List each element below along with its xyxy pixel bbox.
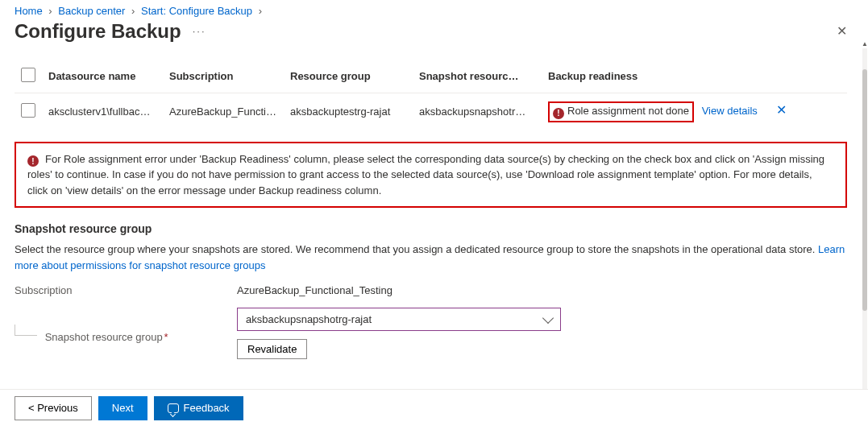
snapshot-rg-label: Snapshot resource group [45, 331, 163, 343]
feedback-button[interactable]: Feedback [154, 396, 243, 420]
col-datasource[interactable]: Datasource name [42, 60, 163, 93]
feedback-label: Feedback [184, 402, 230, 414]
breadcrumb-configure-backup[interactable]: Start: Configure Backup [141, 5, 252, 17]
snapshot-rg-selected-value: aksbackupsnapshotrg-rajat [246, 313, 372, 325]
previous-button[interactable]: < Previous [15, 396, 92, 420]
chevron-icon: › [131, 5, 135, 17]
chevron-icon: › [259, 5, 262, 17]
breadcrumb-backup-center[interactable]: Backup center [58, 5, 125, 17]
footer-bar: < Previous Next Feedback [0, 389, 868, 426]
feedback-icon [168, 403, 179, 413]
vertical-scrollbar[interactable]: ▲ ▼ [862, 48, 868, 389]
subscription-label: Subscription [15, 284, 237, 296]
readiness-highlight: !Role assignment not done [548, 101, 694, 122]
chevron-down-icon [542, 312, 554, 323]
table-header-row: Datasource name Subscription Resource gr… [15, 60, 847, 93]
select-all-checkbox[interactable] [21, 68, 35, 82]
cell-resource-group: aksbackuptestrg-rajat [284, 93, 413, 130]
role-assignment-info-box: !For Role assignment error under 'Backup… [15, 142, 847, 209]
subscription-value: AzureBackup_Functional_Testing [237, 284, 847, 296]
remove-row-icon[interactable]: ✕ [773, 103, 790, 117]
snapshot-rg-select[interactable]: aksbackupsnapshotrg-rajat [237, 308, 561, 331]
col-backup-readiness[interactable]: Backup readiness [542, 60, 847, 93]
cell-subscription: AzureBackup_Functi… [163, 93, 284, 130]
scroll-up-arrow-icon[interactable]: ▲ [862, 40, 868, 48]
col-resource-group[interactable]: Resource group [284, 60, 413, 93]
error-icon: ! [553, 108, 564, 119]
error-icon: ! [27, 155, 39, 167]
snapshot-rg-heading: Snapshot resource group [15, 222, 847, 235]
chevron-icon: › [48, 5, 52, 17]
col-snapshot-rg[interactable]: Snapshot resourc… [413, 60, 542, 93]
breadcrumb-home[interactable]: Home [15, 5, 43, 17]
readiness-text: Role assignment not done [567, 105, 689, 117]
view-details-link[interactable]: View details [702, 105, 758, 117]
scrollbar-thumb[interactable] [862, 69, 867, 311]
snapshot-rg-description: Select the resource group where your sna… [15, 242, 847, 273]
cell-datasource: aksclusterv1\fullbac… [42, 93, 163, 130]
info-box-text: For Role assignment error under 'Backup … [27, 153, 824, 196]
close-icon[interactable]: ✕ [830, 20, 853, 42]
cell-snapshot-rg: aksbackupsnapshotr… [413, 93, 542, 130]
cell-readiness: !Role assignment not done View details ✕ [542, 93, 847, 130]
row-checkbox[interactable] [21, 103, 35, 118]
revalidate-button[interactable]: Revalidate [237, 339, 307, 359]
table-row[interactable]: aksclusterv1\fullbac… AzureBackup_Functi… [15, 93, 847, 130]
page-title: Configure Backup [15, 20, 181, 43]
datasource-table: Datasource name Subscription Resource gr… [15, 60, 847, 130]
more-icon[interactable]: ··· [193, 25, 206, 37]
breadcrumb: Home › Backup center › Start: Configure … [0, 0, 868, 19]
tree-connector-icon [15, 325, 37, 336]
content-scroll: Datasource name Subscription Resource gr… [0, 48, 862, 389]
next-button[interactable]: Next [98, 396, 147, 420]
required-asterisk: * [164, 331, 168, 343]
col-subscription[interactable]: Subscription [163, 60, 284, 93]
